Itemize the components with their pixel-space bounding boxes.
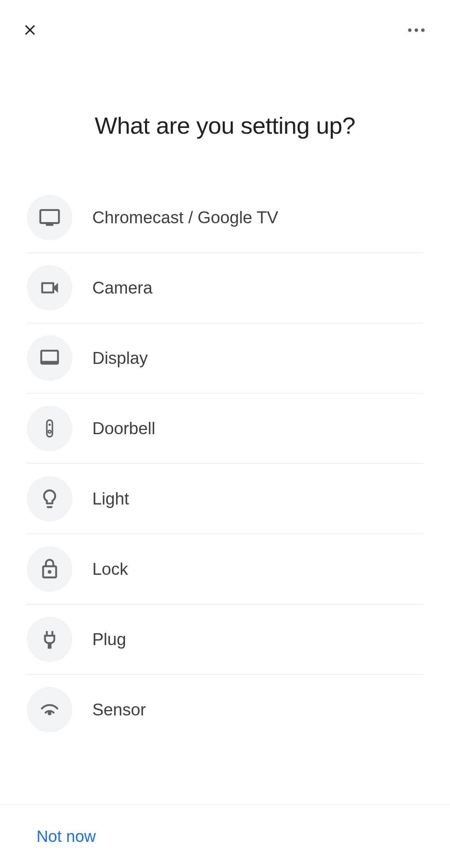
close-icon (22, 22, 38, 38)
device-item-camera[interactable]: Camera (27, 253, 423, 323)
device-label: Plug (92, 630, 126, 649)
device-label: Lock (92, 559, 128, 579)
device-label: Camera (92, 278, 153, 297)
device-label: Light (92, 489, 129, 508)
header-bar (0, 0, 450, 41)
device-item-sensor[interactable]: Sensor (27, 675, 423, 745)
device-label: Display (92, 349, 148, 368)
doorbell-icon (27, 406, 72, 451)
close-button[interactable] (19, 19, 41, 41)
device-label: Chromecast / Google TV (92, 208, 278, 227)
camera-icon (27, 265, 72, 310)
device-item-display[interactable]: Display (27, 323, 423, 393)
device-item-lock[interactable]: Lock (27, 534, 423, 604)
light-icon (27, 476, 72, 521)
device-item-light[interactable]: Light (27, 464, 423, 534)
device-label: Sensor (92, 700, 146, 719)
not-now-button[interactable]: Not now (37, 827, 96, 845)
svg-point-1 (48, 423, 51, 426)
device-list: Chromecast / Google TV Camera Display Do… (0, 195, 450, 745)
sensor-icon (27, 687, 72, 732)
device-item-doorbell[interactable]: Doorbell (27, 393, 423, 464)
device-label: Doorbell (92, 419, 155, 438)
lock-icon (27, 546, 72, 592)
page-title: What are you setting up? (0, 112, 450, 139)
plug-icon (27, 617, 72, 662)
footer-bar: Not now (0, 805, 450, 868)
display-icon (27, 335, 72, 381)
device-item-chromecast[interactable]: Chromecast / Google TV (27, 195, 423, 253)
svg-rect-0 (47, 420, 53, 437)
more-icon (408, 28, 412, 32)
more-options-button[interactable] (405, 20, 428, 40)
tv-icon (27, 195, 72, 240)
device-item-plug[interactable]: Plug (27, 604, 423, 675)
svg-point-2 (48, 430, 51, 433)
